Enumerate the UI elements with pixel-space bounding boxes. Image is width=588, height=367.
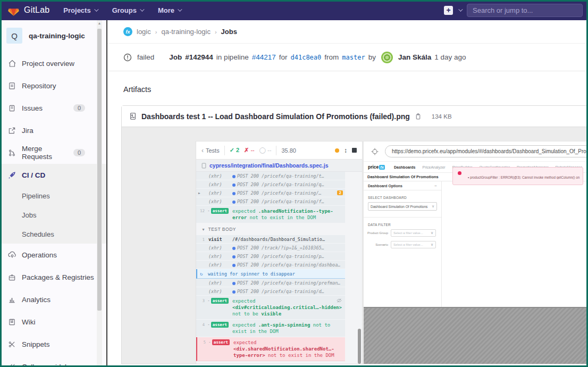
scrollbar-thumb[interactable]	[97, 29, 102, 311]
dashboard-select[interactable]: Dashboard Simulation Of Promotions ∨	[368, 202, 437, 211]
sidebar-item-label: Repository	[22, 82, 99, 90]
sidebar-item-operations[interactable]: Operations	[0, 244, 106, 266]
sidebar-item-jira[interactable]: Jira	[0, 119, 106, 141]
data-filter-label: DATA FILTER	[368, 223, 437, 227]
sidebar-scrollbar[interactable]: ▲	[97, 20, 102, 367]
runner-scrollbar-thumb[interactable]	[358, 329, 361, 364]
log-row-xhr[interactable]: (xhr)POST 200 /pricefx/qa-training/dashb…	[196, 261, 345, 269]
url-input[interactable]: https://demo.pricefx.eu/app/modules/#/da…	[385, 145, 587, 157]
navbar-menu-label: Projects	[63, 6, 90, 14]
filter-select[interactable]: Select a filter value...∨	[391, 241, 436, 248]
log-row-assert-passed[interactable]: 12-assertexpected .sharedNotification--t…	[196, 206, 345, 223]
sidebar-project-context[interactable]: Q qa-training-logic	[0, 20, 106, 52]
job-id-link[interactable]: #142944	[185, 53, 213, 61]
author-name[interactable]: Jan Skála	[398, 53, 431, 61]
error-icon	[458, 171, 461, 175]
new-item-button[interactable]: +	[444, 6, 453, 15]
crosshair-icon[interactable]	[371, 148, 379, 155]
scrollbar-up-arrow[interactable]: ▲	[97, 20, 102, 27]
sidebar-item-snippets[interactable]: Snippets	[0, 333, 106, 355]
log-row-xhr[interactable]: (xhr)POST 200 /pricefx/qa-training/t…	[196, 172, 345, 180]
navbar-menu-label: More	[158, 6, 174, 14]
log-row-xhr[interactable]: (xhr)POST 200 /track/?ip=1&_=1610365…	[196, 244, 345, 252]
copy-icon[interactable]	[415, 113, 422, 120]
count-badge: 0	[73, 149, 85, 156]
sidebar-subitem-jobs[interactable]: Jobs	[0, 205, 106, 224]
runner-toolbar: ‹ Tests ✓ 2 ✗ -- ◯ -- 35.80 ↕	[196, 141, 362, 160]
sidebar-item-repository[interactable]: Repository	[0, 74, 106, 97]
branch-ref-link[interactable]: master	[342, 54, 365, 61]
sidebar-item-analytics[interactable]: Analytics	[0, 288, 106, 311]
command-name: (xhr)	[205, 287, 232, 294]
brand-name: GitLab	[24, 5, 49, 15]
log-row-xhr[interactable]: (xhr)POST 200 /pricefx/qa-training/d…	[196, 287, 345, 296]
app-nav-priceanalyzer[interactable]: PriceAnalyzer	[422, 165, 445, 169]
app-nav-dashboards[interactable]: Dashboards	[394, 165, 415, 169]
sidebar-item-label: Snippets	[22, 340, 99, 348]
log-row-xhr[interactable]: (xhr)POST 200 /pricefx/qa-training/prefm…	[196, 279, 345, 287]
chevron-down-icon[interactable]	[458, 7, 463, 11]
expand-caret-icon[interactable]: ▶	[198, 191, 200, 195]
job-time: 1 day ago	[434, 53, 466, 61]
collapse-panel-icon[interactable]: −	[434, 184, 437, 188]
log-row-number: 5	[197, 338, 206, 345]
stop-icon[interactable]	[352, 148, 357, 153]
sidebar-subitem-schedules[interactable]: Schedules	[0, 224, 106, 244]
log-row-cmd[interactable]: 1visit/#/dashboards/Dashboard_Simulatio…	[196, 235, 345, 244]
sidebar-item-packages-registries[interactable]: Packages & Registries	[0, 266, 106, 288]
artifacts-heading: Artifacts	[123, 85, 588, 94]
command-message: POST 200 /pricefx/qa-training/q…	[232, 180, 343, 187]
filter-placeholder: Select a filter value...	[393, 243, 423, 246]
pipeline-id-link[interactable]: #44217	[252, 53, 276, 61]
sidebar-item-issues[interactable]: Issues0	[0, 97, 106, 119]
log-row-xhr[interactable]: (xhr)POST 200 /pricefx/qa-training/q…	[196, 180, 345, 189]
sidebar-subitem-pipelines[interactable]: Pipelines	[0, 186, 106, 205]
back-to-tests-button[interactable]: ‹ Tests	[201, 147, 220, 154]
status-failed-icon	[123, 53, 132, 62]
log-row-number: 3	[196, 296, 205, 303]
assert-label: -assert	[206, 338, 233, 345]
test-body-header[interactable]: ▼ TEST BODY	[196, 224, 362, 234]
breadcrumb-item[interactable]: qa-training-logic	[161, 28, 211, 36]
log-row-number	[196, 287, 205, 289]
search-input[interactable]	[467, 4, 583, 17]
commit-sha-link[interactable]: d41c8ea0	[290, 54, 321, 61]
filter-select[interactable]: Select a filter value...∨	[391, 229, 436, 237]
navbar-menu-more[interactable]: More	[158, 6, 181, 14]
log-row-wait[interactable]: ↻waiting for spinner to disappear	[196, 269, 345, 279]
auto-scroll-indicator-icon[interactable]	[335, 148, 339, 153]
spec-file-path[interactable]: cypress/integration/final/Dashboards.spe…	[209, 162, 329, 169]
filter-placeholder: Select a filter value...	[393, 231, 423, 235]
app-under-test: https://demo.pricefx.eu/app/modules/#/da…	[364, 141, 587, 307]
from-text: from	[324, 53, 339, 61]
gitlab-brand[interactable]: GitLab	[7, 4, 49, 16]
assert-label: -assert	[205, 296, 232, 304]
command-name: (xhr)	[205, 180, 232, 187]
sidebar-item-ci-cd[interactable]: CI / CD	[0, 164, 106, 186]
log-row-assert-failed[interactable]: 5-assertexpected <div.sharedNotification…	[196, 337, 345, 361]
dashboard-options-panel: Dashboard Options − SELECT DASHBOARD Das…	[364, 181, 442, 307]
book-icon	[7, 318, 16, 327]
xhr-status-dot	[232, 264, 236, 267]
log-row-assert-passed[interactable]: 3-assertexpected <div#criticalLoading.cr…	[196, 296, 345, 320]
error-notification[interactable]: productGroupFilter : ERROR(@3): Cannot i…	[452, 167, 583, 185]
log-row-xhr[interactable]: (xhr)POST 200 /pricefx/qa-training/f…	[196, 197, 345, 206]
sidebar-item-merge-requests[interactable]: Merge Requests0	[0, 141, 106, 164]
scroll-toggle-icon[interactable]: ↕	[344, 147, 347, 154]
navbar-menu-groups[interactable]: Groups	[112, 6, 143, 14]
breadcrumb-item[interactable]: logic	[137, 28, 151, 36]
project-name: qa-training-logic	[29, 32, 85, 40]
sidebar-item-wiki[interactable]: Wiki	[0, 311, 106, 333]
navbar-menu-projects[interactable]: Projects	[63, 6, 97, 14]
log-row-assert-passed[interactable]: 4-assertexpected .ant-spin-spinning not …	[196, 320, 345, 337]
log-row-number	[196, 180, 205, 182]
pricefx-logo: price fx	[368, 164, 385, 170]
sidebar-item-collapse-sidebar[interactable]: Collapse sidebar	[0, 355, 106, 367]
issues-icon	[7, 104, 16, 113]
sidebar-item-project-overview[interactable]: Project overview	[0, 52, 106, 74]
command-message: POST 200 /pricefx/qa-training/prefman…	[232, 279, 343, 286]
log-row-xhr[interactable]: ▶(xhr)POST 200 /pricefx/qa-training/…2	[196, 189, 345, 197]
log-row-xhr[interactable]: (xhr)POST 200 /pricefx/qa-training/p…	[196, 252, 345, 261]
avatar[interactable]	[381, 52, 393, 63]
spec-file-bar[interactable]: cypress/integration/final/Dashboards.spe…	[196, 160, 362, 172]
